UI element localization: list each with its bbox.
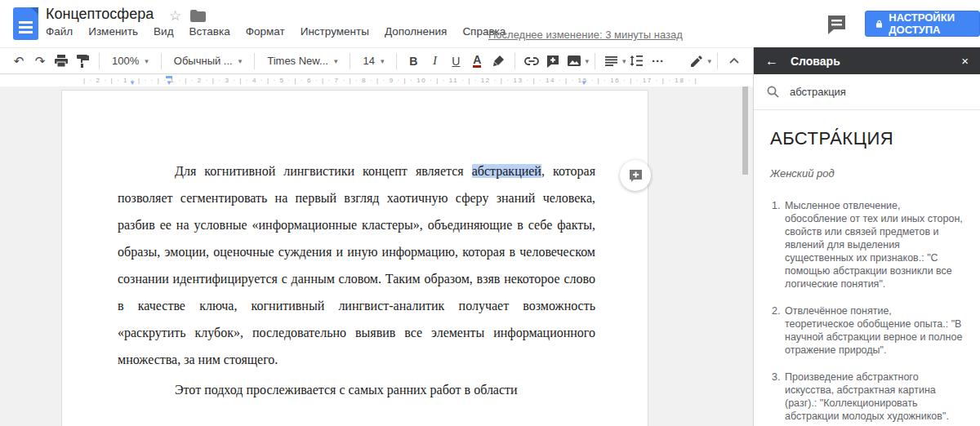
left-indent-marker[interactable]: ▼ bbox=[129, 79, 136, 87]
font-family-select[interactable]: Times New...▾ bbox=[261, 51, 344, 71]
highlight-color-button[interactable] bbox=[488, 51, 509, 71]
italic-button[interactable]: I bbox=[424, 51, 445, 71]
google-docs-window: Концептосфера ☆ Файл Изменить Вид Вставк… bbox=[0, 0, 980, 426]
first-line-indent-marker[interactable]: ▼ bbox=[166, 79, 172, 87]
definition-item: Отвлечённое понятие, теоретическое обобщ… bbox=[783, 304, 964, 357]
insert-comment-button[interactable] bbox=[542, 51, 564, 71]
definitions-list: Мысленное отвлечение, обособление от тех… bbox=[783, 199, 964, 423]
text-color-button[interactable]: A bbox=[466, 51, 488, 71]
ruler-ticks: | · 2 · | · 1 · | · · | · 1 · | · 2 · | … bbox=[39, 77, 742, 84]
top-header: Концептосфера ☆ Файл Изменить Вид Вставк… bbox=[0, 0, 980, 47]
share-settings-button[interactable]: НАСТРОЙКИ ДОСТУПА bbox=[865, 11, 980, 37]
logo-fold bbox=[31, 7, 38, 15]
chevron-down-icon: ▾ bbox=[381, 57, 385, 65]
paint-format-button[interactable] bbox=[72, 51, 93, 71]
document-title[interactable]: Концептосфера bbox=[46, 6, 154, 23]
font-size-select[interactable]: 14▾ bbox=[356, 51, 390, 71]
dictionary-result: АБСТРА́КЦИЯ Женский род Мысленное отвлеч… bbox=[754, 110, 980, 423]
toolbar-separator bbox=[396, 53, 397, 69]
definition-item: Мысленное отвлечение, обособление от тех… bbox=[783, 199, 964, 291]
chevron-down-icon[interactable]: ▾ bbox=[707, 57, 711, 65]
menu-bar: Файл Изменить Вид Вставка Формат Инструм… bbox=[46, 25, 521, 38]
menu-insert[interactable]: Вставка bbox=[189, 25, 230, 38]
redo-button[interactable]: ↷ bbox=[29, 51, 51, 71]
toolbar-separator bbox=[350, 53, 350, 69]
document-text[interactable]: Для когнитивной лингвистики концепт явля… bbox=[118, 158, 595, 403]
zoom-select[interactable]: 100%▾ bbox=[105, 51, 155, 71]
lock-icon bbox=[876, 18, 882, 29]
insert-image-button[interactable] bbox=[564, 51, 585, 71]
chevron-down-icon[interactable]: ▾ bbox=[585, 57, 589, 65]
editing-mode-button[interactable] bbox=[686, 51, 707, 71]
share-button-label: НАСТРОЙКИ ДОСТУПА bbox=[889, 11, 969, 36]
close-icon[interactable]: × bbox=[961, 54, 969, 68]
toolbar-separator bbox=[514, 53, 515, 69]
paragraph-2: Этот подход прослеживается с самых ранни… bbox=[118, 376, 595, 403]
selected-word: абстракцией bbox=[472, 164, 541, 178]
right-indent-marker[interactable]: ▼ bbox=[581, 79, 587, 87]
underline-button[interactable]: U bbox=[445, 51, 466, 71]
sidebar-header: ← Словарь × bbox=[754, 47, 980, 74]
last-edit-link[interactable]: Последнее изменение: 3 минуты назад bbox=[488, 29, 683, 41]
dictionary-search-row bbox=[754, 74, 980, 110]
bold-button[interactable]: B bbox=[403, 51, 424, 71]
dictionary-headword: АБСТРА́КЦИЯ bbox=[770, 128, 964, 149]
ruler: | · 2 · | · 1 · | · · | · 1 · | · 2 · | … bbox=[0, 74, 753, 87]
dictionary-search-input[interactable] bbox=[790, 86, 953, 98]
toolbar: ↶ ↷ 100%▾ Обычный ...▾ Times New...▾ 14▾… bbox=[0, 47, 753, 74]
align-button[interactable] bbox=[601, 51, 622, 71]
sidebar-title: Словарь bbox=[791, 55, 840, 68]
undo-button[interactable]: ↶ bbox=[8, 51, 29, 71]
toolbar-separator bbox=[595, 53, 595, 69]
back-arrow-icon[interactable]: ← bbox=[765, 54, 778, 69]
menu-edit[interactable]: Изменить bbox=[88, 25, 138, 38]
first-line-indent-marker[interactable] bbox=[166, 76, 172, 78]
chevron-down-icon: ▾ bbox=[238, 57, 243, 65]
add-comment-bubble-button[interactable] bbox=[620, 160, 651, 191]
comments-icon[interactable] bbox=[826, 13, 848, 35]
more-options-button[interactable]: ··· bbox=[647, 51, 668, 71]
folder-icon[interactable] bbox=[190, 10, 206, 25]
toolbar-separator bbox=[254, 53, 255, 69]
toolbar-separator bbox=[161, 53, 162, 69]
definition-item: Произведение абстрактного искусства, абс… bbox=[783, 371, 964, 423]
dictionary-sidebar: ← Словарь × АБСТРА́КЦИЯ Женский род Мысл… bbox=[753, 47, 980, 426]
paragraph-style-select[interactable]: Обычный ...▾ bbox=[167, 51, 248, 71]
menu-view[interactable]: Вид bbox=[154, 25, 173, 38]
document-page[interactable]: Для когнитивной лингвистики концепт явля… bbox=[61, 90, 648, 426]
menu-format[interactable]: Формат bbox=[246, 25, 285, 38]
document-canvas: Для когнитивной лингвистики концепт явля… bbox=[0, 87, 753, 426]
logo-lines bbox=[19, 21, 33, 24]
menu-addons[interactable]: Дополнения bbox=[385, 25, 447, 38]
document-scrollbar[interactable] bbox=[742, 87, 748, 175]
line-spacing-button[interactable] bbox=[626, 51, 647, 71]
toolbar-separator bbox=[717, 53, 718, 69]
search-icon bbox=[767, 86, 779, 98]
toolbar-separator bbox=[99, 53, 100, 69]
collapse-toolbar-button[interactable] bbox=[724, 51, 745, 71]
menu-tools[interactable]: Инструменты bbox=[301, 25, 369, 38]
chevron-down-icon: ▾ bbox=[145, 57, 149, 65]
print-button[interactable] bbox=[51, 51, 72, 71]
chevron-down-icon: ▾ bbox=[334, 57, 338, 65]
paragraph-1: Для когнитивной лингвистики концепт явля… bbox=[118, 158, 595, 373]
star-icon[interactable]: ☆ bbox=[169, 7, 181, 24]
insert-link-button[interactable] bbox=[521, 51, 542, 71]
docs-logo-icon[interactable] bbox=[13, 7, 38, 40]
menu-file[interactable]: Файл bbox=[46, 25, 73, 38]
part-of-speech: Женский род bbox=[770, 167, 964, 180]
